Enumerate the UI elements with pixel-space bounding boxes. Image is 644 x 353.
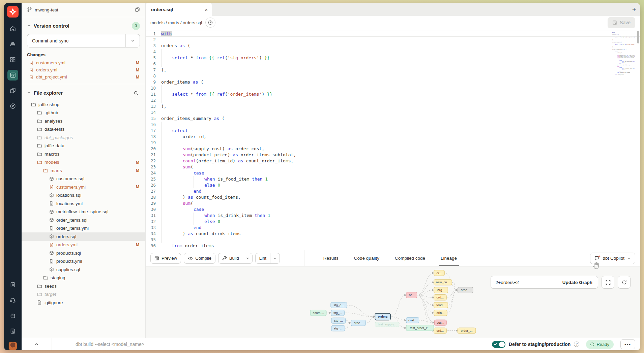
lineage-node-ord1[interactable]: ord...	[434, 295, 446, 300]
search-icon[interactable]	[132, 89, 140, 97]
lineage-node-orde_grey[interactable]: orde...	[458, 287, 473, 293]
minimap[interactable]: withorders as ( select * from {{ ref('st…	[612, 32, 635, 101]
code-editor[interactable]: 1with23orders as (45 select * from {{ re…	[146, 29, 640, 250]
studio-editor-icon[interactable]	[4, 67, 22, 83]
tree-item[interactable]: order_items.yml	[22, 224, 145, 233]
changed-file-item[interactable]: dbt_project.ymlM	[22, 73, 145, 81]
tree-item[interactable]: order_items.sql	[22, 216, 145, 224]
tree-item[interactable]: modelsM	[22, 158, 145, 167]
docs-icon[interactable]	[4, 308, 22, 323]
build-options-chevron-icon[interactable]	[243, 253, 252, 263]
build-button[interactable]: Build	[218, 253, 253, 264]
shortcuts-icon[interactable]	[4, 323, 22, 339]
changed-file-name: dbt_project.yml	[36, 74, 134, 79]
commit-and-sync-button[interactable]: Commit and sync	[27, 34, 140, 47]
tree-item[interactable]: orders.ymlM	[22, 241, 145, 249]
tree-item[interactable]: metricflow_time_spine.sql	[22, 208, 145, 216]
tree-item[interactable]: products.yml	[22, 257, 145, 266]
lineage-node-ecom[interactable]: ecom....	[310, 310, 326, 316]
tree-item[interactable]: macros	[22, 150, 145, 158]
lineage-node-or_pink[interactable]: or...	[406, 292, 417, 298]
new-tab-button[interactable]: +	[628, 4, 640, 14]
tree-item[interactable]: martsM	[22, 166, 145, 175]
changelog-icon[interactable]	[4, 277, 22, 292]
more-options-button[interactable]: •••	[620, 339, 635, 349]
tree-item[interactable]: .gitignore	[22, 298, 145, 307]
chevron-down-icon[interactable]	[27, 90, 31, 96]
tree-item[interactable]: seeds	[22, 282, 145, 290]
changed-file-item[interactable]: customers.ymlM	[22, 59, 145, 66]
lineage-node-or_y[interactable]: or...	[434, 270, 444, 276]
lineage-node-new_cu[interactable]: new_cu...	[434, 280, 452, 285]
tree-item[interactable]: customers.sql	[22, 175, 145, 183]
fullscreen-button[interactable]	[602, 276, 614, 289]
lineage-node-ord2[interactable]: ord...	[434, 328, 446, 333]
lineage-node-stg_b[interactable]: stg_...	[331, 310, 345, 316]
tree-item[interactable]: supplies.sql	[22, 265, 145, 274]
tab-lineage[interactable]: Lineage	[441, 250, 457, 266]
refresh-button[interactable]	[618, 276, 631, 289]
lineage-node-drin[interactable]: drin...	[434, 310, 447, 316]
chevron-down-icon[interactable]	[27, 23, 31, 29]
tree-item[interactable]: staging	[22, 274, 145, 282]
tab-compiled-code[interactable]: Compiled code	[395, 250, 425, 266]
support-icon[interactable]	[4, 292, 22, 308]
model-icon	[49, 176, 54, 181]
tree-item[interactable]: dbt_packages	[22, 133, 145, 142]
tree-item[interactable]: .github	[22, 109, 145, 117]
tree-item[interactable]: data-tests	[22, 125, 145, 134]
tree-item[interactable]: jaffle-data	[22, 142, 145, 150]
close-icon[interactable]: ×	[205, 7, 208, 12]
svg-text:ecom....: ecom....	[313, 311, 324, 315]
tab-orders-sql[interactable]: orders.sql ×	[146, 3, 212, 16]
save-button[interactable]: Save	[608, 17, 635, 28]
explore-icon[interactable]	[4, 98, 22, 114]
avatar[interactable]	[8, 342, 17, 350]
lineage-node-stg_d[interactable]: stg_...	[331, 325, 345, 331]
tree-item[interactable]: locations.sql	[22, 191, 145, 200]
tree-item[interactable]: jaffle-shop	[22, 100, 145, 109]
environments-icon[interactable]	[4, 36, 22, 52]
lineage-node-cust[interactable]: cust...	[406, 317, 419, 323]
lineage-node-orders[interactable]: orders	[375, 313, 390, 320]
lineage-node-orde1[interactable]: orde...	[351, 320, 366, 326]
scrollbar-thumb[interactable]	[637, 31, 639, 43]
lineage-node-ghost[interactable]: test_supply...	[375, 322, 399, 327]
tab-results[interactable]: Results	[323, 250, 339, 266]
commit-options-chevron-icon[interactable]	[125, 34, 140, 47]
tab-code-quality[interactable]: Code quality	[354, 250, 379, 266]
copy-icon[interactable]	[135, 7, 140, 13]
lineage-node-stg_c[interactable]: stg_...	[331, 318, 346, 323]
dbt-command-input[interactable]	[52, 338, 492, 350]
defer-toggle[interactable]	[492, 341, 505, 348]
tree-item[interactable]: target	[22, 290, 145, 299]
dashboard-icon[interactable]	[4, 52, 22, 67]
preview-button[interactable]: Preview	[150, 253, 181, 264]
lineage-node-order_y[interactable]: order_...	[458, 328, 476, 333]
code-line: 24 case	[146, 170, 640, 176]
expand-command-bar-chevron-icon[interactable]	[22, 338, 52, 350]
lineage-selector-input[interactable]	[491, 276, 557, 289]
lineage-node-stg_o[interactable]: stg_o...	[331, 302, 347, 308]
help-icon[interactable]: ?	[574, 342, 579, 347]
changed-file-item[interactable]: orders.ymlM	[22, 66, 145, 73]
tree-item[interactable]: products.sql	[22, 249, 145, 257]
tree-item[interactable]: analyses	[22, 117, 145, 125]
lineage-node-cus_pink[interactable]: cus...	[434, 320, 446, 325]
lint-button[interactable]: Lint	[255, 253, 280, 264]
lineage-node-larg[interactable]: larg...	[434, 287, 448, 293]
lineage-node-test_order[interactable]: test_order_it...	[406, 325, 434, 331]
changes-list: customers.ymlMorders.ymlMdbt_project.yml…	[22, 59, 145, 81]
update-graph-button[interactable]: Update Graph	[557, 276, 598, 289]
lint-options-chevron-icon[interactable]	[270, 253, 280, 263]
projects-icon[interactable]	[4, 83, 22, 98]
dbt-logo[interactable]	[7, 6, 19, 18]
lineage-edge	[417, 282, 434, 295]
lineage-node-food[interactable]: food...	[434, 302, 448, 308]
tree-item[interactable]: orders.sql	[22, 232, 145, 241]
tree-item[interactable]: customers.ymlM	[22, 183, 145, 191]
home-icon[interactable]	[4, 21, 22, 36]
open-lineage-icon[interactable]	[205, 18, 215, 28]
compile-button[interactable]: Compile	[184, 253, 215, 264]
tree-item[interactable]: locations.yml	[22, 199, 145, 208]
